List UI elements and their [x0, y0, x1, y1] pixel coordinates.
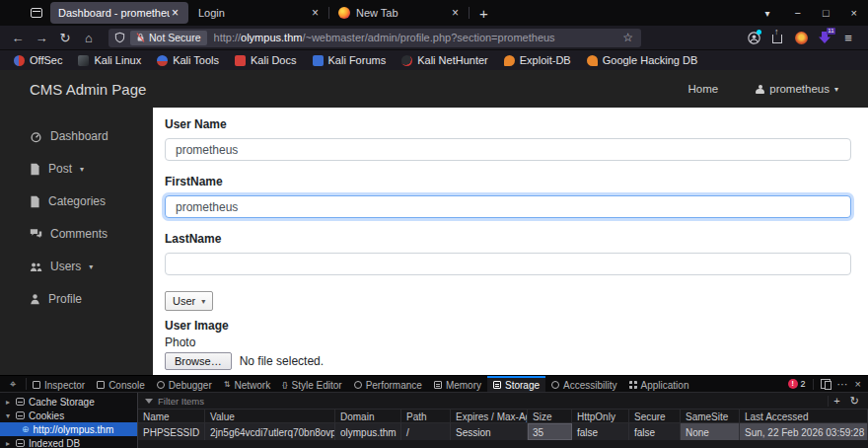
tree-item-indexed-db[interactable]: ▸ Indexed DB: [0, 436, 137, 448]
column-header[interactable]: Secure: [629, 410, 681, 422]
error-count-badge[interactable]: !2: [788, 379, 806, 389]
browse-button[interactable]: Browse…: [165, 352, 232, 370]
lastname-input[interactable]: [165, 253, 851, 275]
sidebar-item-dashboard[interactable]: Dashboard: [0, 120, 153, 152]
column-header[interactable]: Size: [528, 410, 572, 422]
tab-performance[interactable]: Performance: [348, 376, 428, 392]
network-icon: ⇅: [224, 381, 231, 389]
exploit-db-favicon: [504, 55, 515, 66]
tab-application[interactable]: Application: [623, 376, 695, 392]
firstname-input[interactable]: [165, 195, 851, 218]
tab-inspector[interactable]: Inspector: [27, 376, 91, 392]
not-secure-badge[interactable]: Not Secure: [130, 31, 207, 45]
close-icon[interactable]: ×: [450, 6, 461, 20]
window-close-button[interactable]: ×: [840, 7, 868, 19]
bookmark-kali-forums[interactable]: Kali Forums: [307, 52, 393, 68]
shield-icon[interactable]: [114, 32, 125, 43]
devtools-close-icon[interactable]: ×: [855, 378, 861, 390]
kali-linux-favicon: [78, 55, 89, 66]
proxy-extension-icon[interactable]: [793, 30, 809, 45]
tab-style-editor[interactable]: {}Style Editor: [276, 376, 347, 392]
column-header[interactable]: Path: [401, 410, 451, 422]
column-header[interactable]: Value: [205, 410, 335, 422]
window-minimize-button[interactable]: −: [783, 7, 811, 19]
firefox-view-icon[interactable]: [24, 3, 49, 23]
bookmark-kali-docs[interactable]: Kali Docs: [229, 52, 302, 68]
tab-memory[interactable]: Memory: [428, 376, 487, 392]
add-item-icon[interactable]: +: [829, 395, 844, 407]
column-header[interactable]: Domain: [335, 410, 401, 422]
forward-button[interactable]: →: [30, 31, 53, 45]
close-icon[interactable]: ×: [170, 6, 181, 20]
back-button[interactable]: ←: [6, 31, 30, 45]
cookie-last-accessed: Sun, 22 Feb 2026 03:59:28 GMT: [740, 423, 868, 440]
column-header[interactable]: Name: [138, 410, 205, 422]
bookmark-star-icon[interactable]: ☆: [620, 31, 635, 44]
cookie-expires: Session: [451, 423, 528, 440]
pick-element-icon[interactable]: ⌖: [0, 376, 26, 392]
photo-file-input: Browse… No file selected.: [165, 352, 851, 370]
filter-items-input[interactable]: [158, 396, 828, 407]
tree-item-cookies[interactable]: ▾ Cookies: [0, 409, 137, 422]
home-button[interactable]: ⌂: [77, 31, 101, 45]
tab-accessibility[interactable]: Accessibility: [545, 376, 622, 392]
refresh-items-icon[interactable]: ↻: [845, 395, 864, 408]
cookie-domain: olympus.thm: [335, 423, 401, 440]
account-icon[interactable]: [746, 30, 761, 45]
twisty-icon[interactable]: ▸: [4, 398, 12, 407]
tree-item-olympus-host[interactable]: ⊕ http://olympus.thm: [0, 422, 137, 436]
tab-debugger[interactable]: Debugger: [151, 376, 218, 392]
user-icon: [756, 85, 764, 94]
close-icon[interactable]: ×: [310, 6, 321, 20]
bookmark-kali-linux[interactable]: Kali Linux: [72, 52, 147, 68]
tab-network[interactable]: ⇅Network: [218, 376, 276, 392]
cookie-httponly: false: [572, 423, 629, 440]
sidebar-item-post[interactable]: Post ▾: [0, 153, 153, 185]
twisty-icon[interactable]: ▸: [4, 439, 12, 448]
devtools-toolbar: ⌖ Inspector Console Debugger ⇅Network {}…: [0, 376, 868, 393]
window-maximize-button[interactable]: □: [812, 7, 840, 19]
analyzer-extension-icon[interactable]: 11: [817, 30, 832, 45]
list-all-tabs-icon[interactable]: ▾: [751, 8, 783, 19]
user-menu[interactable]: prometheus ▾: [756, 83, 838, 95]
username-input[interactable]: [165, 138, 851, 161]
sidebar-item-users[interactable]: Users ▾: [0, 251, 153, 282]
tab-dashboard[interactable]: Dashboard - prometheus ×: [50, 2, 188, 24]
file-icon: [30, 163, 40, 176]
twisty-icon[interactable]: ▾: [4, 411, 12, 420]
new-tab-button[interactable]: +: [470, 5, 498, 22]
cookies-table-header: Name Value Domain Path Expires / Max-Age…: [138, 410, 868, 423]
sidebar-item-profile[interactable]: Profile: [0, 283, 153, 315]
sidebar-item-categories[interactable]: Categories: [0, 186, 153, 217]
column-header[interactable]: Last Accessed: [740, 410, 868, 422]
bookmark-kali-tools[interactable]: Kali Tools: [151, 52, 225, 68]
column-header[interactable]: HttpOnly: [572, 410, 629, 422]
extension-toolbar: 11 ≡: [746, 30, 862, 45]
tab-new-tab[interactable]: New Tab ×: [330, 2, 469, 24]
app-menu-icon[interactable]: ≡: [840, 30, 856, 45]
tab-storage[interactable]: Storage: [487, 376, 545, 392]
tab-console[interactable]: Console: [91, 376, 151, 392]
responsive-mode-icon[interactable]: [821, 379, 831, 389]
accessibility-icon: [551, 381, 559, 389]
devtools-panel: ⌖ Inspector Console Debugger ⇅Network {}…: [0, 375, 868, 448]
home-link[interactable]: Home: [688, 83, 719, 95]
cookie-row[interactable]: PHPSESSID 2jn5g64vcdi7utlerq70bn8ovp oly…: [138, 423, 868, 440]
column-header[interactable]: SameSite: [681, 410, 740, 422]
username-label: User Name: [165, 117, 851, 131]
bookmark-kali-nethunter[interactable]: Kali NetHunter: [396, 52, 494, 68]
role-select[interactable]: User ▾: [165, 291, 213, 311]
reload-button[interactable]: ↻: [53, 31, 77, 45]
tab-login[interactable]: Login ×: [190, 2, 328, 24]
tree-item-cache-storage[interactable]: ▸ Cache Storage: [0, 395, 137, 409]
column-header[interactable]: Expires / Max-Age: [451, 410, 528, 422]
bookmark-exploit-db[interactable]: Exploit-DB: [498, 52, 577, 68]
url-bar[interactable]: Not Secure http://olympus.thm/~webmaster…: [108, 29, 641, 47]
bookmark-offsec[interactable]: OffSec: [8, 52, 68, 68]
url-text[interactable]: http://olympus.thm/~webmaster/admin/prof…: [214, 32, 621, 43]
bookmark-ghdb[interactable]: Google Hacking DB: [581, 52, 704, 68]
sidebar-item-comments[interactable]: Comments: [0, 218, 153, 250]
devtools-menu-icon[interactable]: ⋯: [837, 378, 848, 391]
userimage-label: User Image: [165, 319, 851, 333]
save-page-extension-icon[interactable]: [769, 30, 785, 45]
